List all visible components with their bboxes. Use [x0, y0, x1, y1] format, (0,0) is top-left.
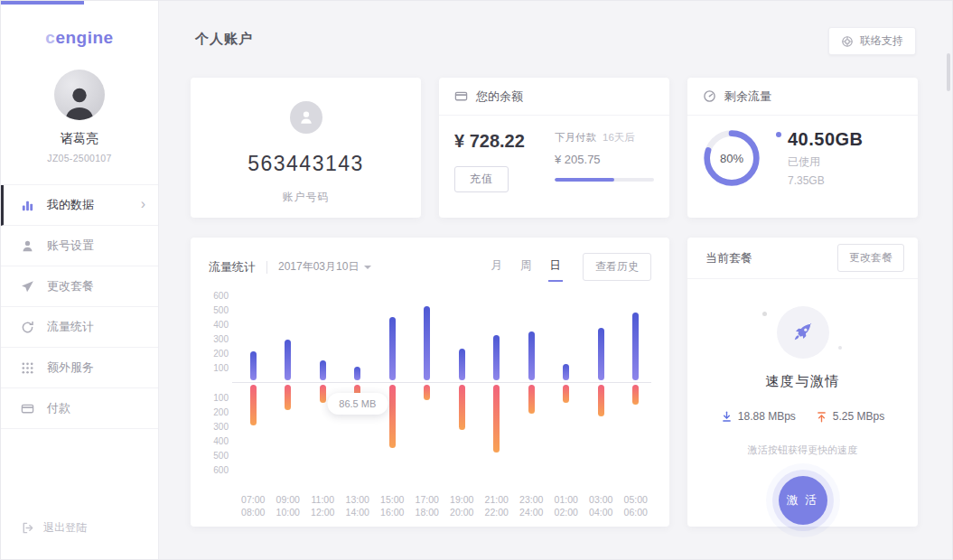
sidebar-item-0[interactable]: 我的数据› [1, 185, 158, 226]
payment-progress-bar [555, 178, 654, 182]
x-axis-label: 05:0006:00 [619, 493, 654, 518]
y-tick: 100 [213, 393, 229, 403]
y-tick: 100 [213, 363, 229, 373]
bar-upload[interactable] [250, 385, 257, 425]
download-speed-value: 18.88 MBps [738, 410, 796, 423]
payment-progress-fill [555, 178, 614, 182]
y-tick: 500 [213, 305, 229, 315]
avatar [54, 70, 105, 120]
rocket-badge [777, 306, 829, 359]
x-axis-label: 21:0022:00 [480, 493, 515, 518]
bar-download[interactable] [493, 335, 500, 380]
bar-upload[interactable] [632, 385, 639, 405]
used-label: 已使用 [776, 154, 864, 170]
tab-range-2[interactable]: 日 [550, 258, 562, 275]
bar-download[interactable] [563, 364, 569, 380]
scrollbar-thumb[interactable] [947, 53, 950, 91]
x-axis-label: 23:0024:00 [514, 493, 549, 518]
date-selector[interactable]: 2017年03月10日 [278, 259, 371, 275]
bar-download[interactable] [354, 367, 360, 380]
x-axis-label: 11:0012:00 [305, 493, 341, 518]
x-axis-label: 07:0008:00 [236, 493, 271, 518]
person-icon [21, 238, 35, 253]
bar-download[interactable] [528, 331, 535, 380]
main-content: 个人账户 联络支持 563443143 账户号码 您的余额 [159, 1, 952, 559]
bar-upload[interactable] [563, 385, 569, 403]
bar-download[interactable] [598, 328, 604, 380]
data-donut-chart: 80% [702, 128, 761, 188]
sidebar-item-label: 付款 [47, 400, 70, 416]
bar-upload[interactable] [493, 385, 500, 453]
plan-hint: 激活按钮获得更快的速度 [687, 443, 918, 457]
bar-download[interactable] [424, 306, 430, 380]
bar-upload[interactable] [320, 385, 326, 403]
sidebar-item-label: 账号设置 [47, 238, 94, 254]
support-button[interactable]: 联络支持 [828, 27, 916, 55]
tab-range-0[interactable]: 月 [491, 258, 503, 275]
y-tick: 400 [213, 436, 229, 446]
download-speed: 18.88 MBps [721, 410, 796, 423]
bar-download[interactable] [389, 317, 396, 380]
chart-tooltip: 86.5 MB [327, 393, 388, 415]
credit-card-icon [21, 401, 35, 415]
bar-upload[interactable] [598, 385, 604, 416]
sidebar-item-label: 我的数据 [47, 197, 94, 213]
decor-dot [838, 346, 842, 350]
x-axis-label: 15:0016:00 [375, 493, 410, 518]
tab-range-1[interactable]: 周 [520, 258, 532, 275]
bar-download[interactable] [285, 340, 291, 380]
account-card: 563443143 账户号码 [191, 78, 421, 218]
download-icon [721, 411, 733, 423]
chart-x-axis: 07:0008:0009:0010:0011:0012:0013:0014:00… [194, 493, 653, 518]
recharge-button[interactable]: 充值 [454, 166, 509, 192]
view-history-button[interactable]: 查看历史 [583, 253, 651, 281]
plan-name: 速度与激情 [687, 373, 918, 390]
used-value: 7.35GB [776, 174, 864, 187]
bar-download[interactable] [459, 349, 465, 380]
remaining-data-title: 剩余流量 [724, 89, 771, 105]
dashboard-app: cengine 诸葛亮 JZ05-2500107 我的数据›账号设置更改套餐流量… [0, 0, 953, 560]
refresh-icon [21, 320, 35, 334]
sidebar-item-4[interactable]: 额外服务 [1, 348, 158, 388]
bar-upload[interactable] [459, 385, 465, 430]
bar-download[interactable] [250, 351, 257, 380]
bar-upload[interactable] [285, 385, 291, 410]
remaining-data-card: 剩余流量 80% 40.50GB 已使用 7.35GB [687, 78, 918, 218]
logout-button[interactable]: 退出登陆 [21, 520, 87, 536]
activate-button[interactable]: 激 活 [779, 476, 827, 525]
rocket-icon [791, 321, 815, 344]
upload-speed: 5.25 MBps [816, 410, 884, 423]
sidebar-item-2[interactable]: 更改套餐 [1, 266, 158, 307]
sidebar-item-1[interactable]: 账号设置 [1, 226, 158, 266]
chart-title: 流量统计 [209, 259, 256, 275]
chart-y-axis: 600600500500400400300300200200100100 [194, 295, 230, 470]
bar-download[interactable] [632, 313, 639, 380]
chart-columns: 86.5 MB [236, 295, 653, 470]
x-axis-label: 19:0020:00 [444, 493, 480, 518]
data-percent: 80% [702, 128, 761, 188]
bar-chart-icon [21, 198, 35, 212]
accent-strip [1, 1, 84, 5]
sidebar: cengine 诸葛亮 JZ05-2500107 我的数据›账号设置更改套餐流量… [1, 1, 159, 559]
bullet-dot [776, 132, 781, 137]
y-tick: 600 [213, 291, 229, 301]
x-axis-label: 01:0002:00 [549, 493, 584, 518]
chart-plot-area: 600600500500400400300300200200100100 86.… [194, 295, 653, 470]
bar-upload[interactable] [528, 385, 535, 414]
sidebar-menu: 我的数据›账号设置更改套餐流量统计额外服务付款 [1, 184, 158, 429]
next-payment-label: 下月付款 [555, 132, 596, 143]
y-tick: 200 [213, 407, 229, 417]
bar-download[interactable] [320, 360, 326, 380]
chevron-right-icon: › [141, 196, 145, 212]
wallet-icon [454, 89, 468, 103]
account-number-label: 账户号码 [191, 190, 421, 205]
sidebar-item-3[interactable]: 流量统计 [1, 307, 158, 348]
upload-icon [816, 411, 827, 423]
caret-down-icon [364, 266, 371, 269]
bar-upload[interactable] [424, 385, 430, 400]
plan-speeds: 18.88 MBps 5.25 MBps [687, 410, 918, 423]
chart-range-tabs: 月周日 [491, 258, 562, 275]
sidebar-item-5[interactable]: 付款 [1, 388, 158, 429]
change-plan-button[interactable]: 更改套餐 [837, 244, 904, 272]
bar-upload[interactable] [389, 385, 396, 448]
